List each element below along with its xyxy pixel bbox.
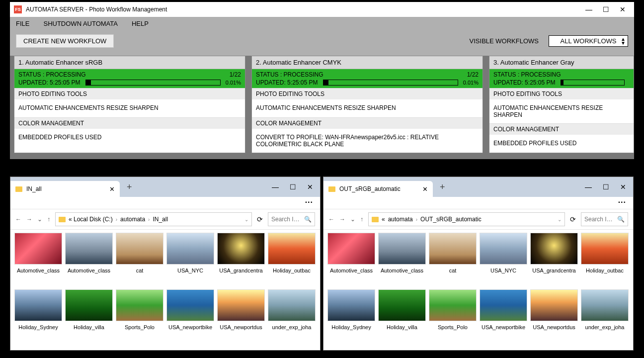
search-input[interactable] [584, 216, 614, 223]
file-item[interactable]: USA_grandcentra [216, 233, 266, 273]
close-tab-icon[interactable]: ✕ [109, 185, 115, 193]
thumbnail [327, 289, 375, 321]
file-item[interactable]: Holiday_outbac [580, 233, 630, 273]
file-item[interactable]: USA_newportdus [529, 289, 579, 330]
search-icon: 🔍 [304, 216, 312, 223]
recent-dropdown[interactable]: ⌄ [350, 216, 355, 223]
minimize-button[interactable]: — [585, 183, 592, 191]
new-tab-button[interactable]: + [127, 182, 132, 192]
back-button[interactable]: ← [328, 216, 334, 223]
workflow-status: STATUS : PROCESSING UPDATED: 5:25:05 PM [489, 69, 634, 88]
dropdown-value: ALL WORKFLOWS [561, 37, 617, 45]
menubar: FILE SHUTDOWN AUTOMATA HELP [10, 17, 634, 30]
minimize-button[interactable]: — [272, 183, 279, 191]
forward-button[interactable]: → [26, 216, 32, 223]
file-name: cat [428, 268, 478, 273]
menu-file[interactable]: FILE [16, 20, 29, 27]
close-button[interactable]: ✕ [307, 183, 313, 191]
maximize-button[interactable]: ☐ [602, 5, 609, 13]
workflow-card[interactable]: 2. Automatic Enhancer CMYK STATUS : PROC… [251, 56, 483, 153]
explorer-tab[interactable]: IN_all ✕ [10, 181, 120, 197]
file-grid: Automotive_classAutomotive_classcatUSA_N… [323, 230, 633, 348]
file-item[interactable]: Automotive_class [13, 233, 63, 273]
more-menu-icon[interactable]: ··· [323, 197, 633, 209]
file-item[interactable]: USA_newportdus [216, 289, 266, 330]
close-button[interactable]: ✕ [620, 183, 626, 191]
up-button[interactable]: ↑ [47, 216, 50, 223]
recent-dropdown[interactable]: ⌄ [37, 216, 42, 223]
workflow-cards-container: 1. Automatic Enhancer sRGB STATUS : PROC… [10, 56, 634, 159]
section-header: PHOTO EDITING TOOLS [14, 88, 245, 99]
thumbnail [14, 233, 62, 265]
file-item[interactable]: Automotive_class [377, 233, 427, 273]
thumbnail [480, 233, 527, 265]
back-button[interactable]: ← [15, 216, 21, 223]
create-workflow-button[interactable]: CREATE NEW WORKFLOW [16, 34, 114, 48]
file-item[interactable]: Sports_Polo [428, 289, 478, 330]
section-body: AUTOMATIC ENHANCEMENTS RESIZE SHARPEN [14, 99, 245, 117]
explorer-tab[interactable]: OUT_sRGB_automatic ✕ [323, 181, 433, 197]
thumbnail [268, 289, 316, 321]
forward-button[interactable]: → [339, 216, 345, 223]
maximize-button[interactable]: ☐ [603, 183, 609, 191]
breadcrumb[interactable]: « Local Disk (C:)› automata› IN_all ⌄ [55, 212, 252, 226]
file-item[interactable]: Automotive_class [326, 233, 376, 273]
toolbar: CREATE NEW WORKFLOW VISIBLE WORKFLOWS AL… [10, 30, 634, 56]
chevron-down-icon[interactable]: ⌄ [558, 217, 562, 222]
visible-workflows-label: VISIBLE WORKFLOWS [470, 37, 539, 45]
file-item[interactable]: Holiday_Sydney [326, 289, 376, 330]
file-name: Holiday_outbac [267, 268, 317, 273]
search-input[interactable] [271, 216, 301, 223]
file-item[interactable]: USA_NYC [165, 233, 215, 273]
file-name: Holiday_villa [64, 324, 114, 330]
minimize-button[interactable]: — [585, 5, 592, 13]
file-item[interactable]: cat [115, 233, 164, 273]
thumbnail [530, 289, 578, 321]
workflow-card[interactable]: 1. Automatic Enhancer sRGB STATUS : PROC… [14, 56, 245, 153]
thumbnail [14, 289, 62, 321]
file-item[interactable]: under_exp_joha [580, 289, 630, 330]
close-button[interactable]: ✕ [619, 5, 626, 13]
file-item[interactable]: USA_newportbike [479, 289, 528, 330]
progress-bar [323, 80, 458, 86]
folder-icon [15, 186, 22, 192]
maximize-button[interactable]: ☐ [290, 183, 296, 191]
up-button[interactable]: ↑ [360, 216, 363, 223]
file-item[interactable]: USA_grandcentra [529, 233, 579, 273]
search-box[interactable]: 🔍 [268, 212, 315, 226]
workflow-status: STATUS : PROCESSING1/22 UPDATED: 5:25:05… [14, 69, 245, 88]
file-name: USA_NYC [479, 268, 528, 273]
menu-help[interactable]: HELP [132, 20, 149, 27]
breadcrumb[interactable]: « automata› OUT_sRGB_automatic ⌄ [368, 212, 565, 226]
file-item[interactable]: Holiday_villa [377, 289, 427, 330]
file-name: Automotive_class [64, 268, 114, 273]
file-item[interactable]: under_exp_joha [267, 289, 317, 330]
search-box[interactable]: 🔍 [581, 212, 628, 226]
file-item[interactable]: Holiday_villa [64, 289, 114, 330]
file-item[interactable]: Automotive_class [64, 233, 114, 273]
close-tab-icon[interactable]: ✕ [422, 185, 428, 193]
chevron-down-icon[interactable]: ⌄ [244, 217, 248, 222]
file-item[interactable]: cat [428, 233, 478, 273]
chevron-updown-icon: ▲▼ [621, 37, 626, 45]
explorer-window-in: IN_all ✕ + — ☐ ✕ ··· ← → ⌄ ↑ « Local Dis… [10, 177, 321, 351]
thumbnail [429, 233, 477, 265]
file-name: Holiday_Sydney [13, 324, 63, 330]
more-menu-icon[interactable]: ··· [10, 197, 320, 209]
menu-shutdown[interactable]: SHUTDOWN AUTOMATA [43, 20, 118, 27]
file-item[interactable]: USA_newportbike [165, 289, 215, 330]
workflow-card[interactable]: 3. Automatic Enhancer Gray STATUS : PROC… [489, 56, 634, 153]
visible-workflows-dropdown[interactable]: ALL WORKFLOWS ▲▼ [549, 35, 628, 47]
file-item[interactable]: Sports_Polo [115, 289, 164, 330]
folder-icon [372, 217, 379, 222]
section-header: PHOTO EDITING TOOLS [489, 88, 634, 99]
workflow-status: STATUS : PROCESSING1/22 UPDATED: 5:25:05… [252, 69, 483, 88]
folder-icon [59, 217, 66, 222]
file-item[interactable]: Holiday_outbac [267, 233, 317, 273]
new-tab-button[interactable]: + [440, 182, 445, 192]
file-name: Holiday_Sydney [326, 324, 376, 330]
refresh-button[interactable]: ⟳ [570, 215, 576, 223]
file-item[interactable]: Holiday_Sydney [13, 289, 63, 330]
file-item[interactable]: USA_NYC [479, 233, 528, 273]
refresh-button[interactable]: ⟳ [257, 215, 263, 223]
